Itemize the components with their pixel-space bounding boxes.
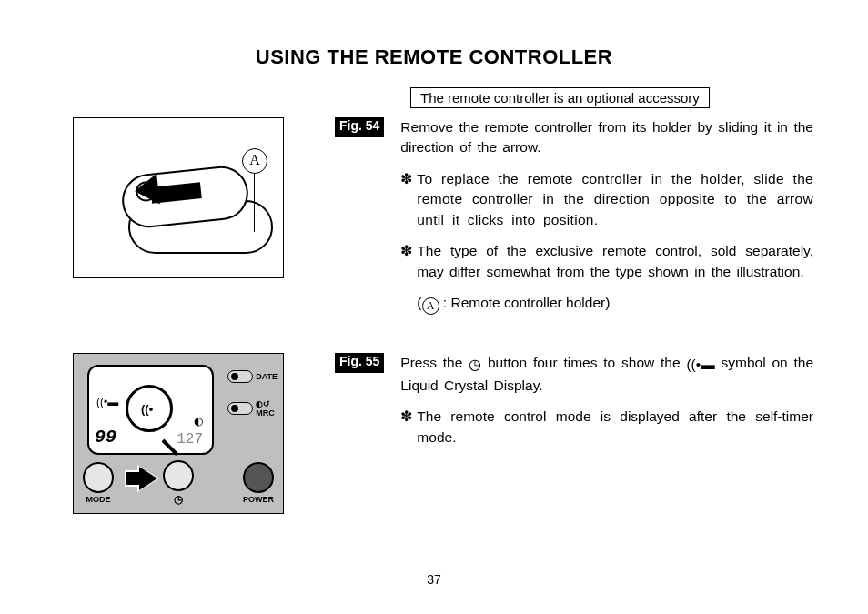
section-fig55: ((•▬ 99 127 ◐ ((• DATE ◐↺MRC bbox=[55, 353, 813, 514]
remote-signal-inline-icon: ((•▬ bbox=[686, 355, 714, 375]
side-switch-panel: DATE ◐↺MRC bbox=[227, 370, 278, 418]
fig54-bullet1: To replace the remote controller in the … bbox=[400, 169, 813, 230]
date-switch-label: DATE bbox=[256, 372, 278, 381]
magnifier-inner-icon: ((• bbox=[141, 402, 153, 416]
circle-a-icon: A bbox=[422, 297, 439, 315]
slide-arrow-head bbox=[133, 174, 159, 207]
right-column-header: The remote controller is an optional acc… bbox=[335, 87, 813, 117]
content-area: A Fig. 54 Remove the remote controller f… bbox=[55, 117, 813, 514]
mode-button-label: MODE bbox=[86, 495, 111, 504]
lcd-frame-counter: 99 bbox=[95, 427, 116, 448]
section-fig54: A Fig. 54 Remove the remote controller f… bbox=[55, 117, 813, 326]
holder-outline: A bbox=[106, 150, 265, 259]
selftimer-button bbox=[163, 460, 194, 491]
fig54-b2-sub-tail: : Remote controller holder) bbox=[439, 295, 611, 310]
accessory-note-box: The remote controller is an optional acc… bbox=[410, 87, 710, 108]
redeye-icon: ◐ bbox=[194, 415, 203, 428]
power-button-group: POWER bbox=[243, 462, 274, 504]
selftimer-button-group: ◷ bbox=[163, 460, 194, 506]
callout-a-label: A bbox=[242, 148, 267, 174]
mrc-switch bbox=[227, 402, 253, 415]
fig54-text: Remove the remote controller from its ho… bbox=[400, 117, 813, 326]
fig55-label: Fig. 55 bbox=[335, 353, 384, 373]
fig54-paragraph: Remove the remote controller from its ho… bbox=[400, 117, 813, 158]
mrc-switch-row: ◐↺MRC bbox=[227, 399, 278, 418]
selftimer-inline-icon: ◷ bbox=[469, 355, 481, 375]
figure54-column: A bbox=[55, 117, 318, 278]
selftimer-icon: ◷ bbox=[174, 493, 183, 506]
lcd-screen: ((•▬ 99 127 ◐ ((• bbox=[87, 365, 214, 455]
callout-leader-line bbox=[254, 170, 255, 232]
manual-page: USING THE REMOTE CONTROLLER The remote c… bbox=[0, 0, 868, 614]
power-button-label: POWER bbox=[243, 495, 274, 504]
date-switch-row: DATE bbox=[227, 370, 278, 383]
fig55-text: Press the ◷ button four times to show th… bbox=[400, 353, 813, 458]
mode-button bbox=[83, 462, 114, 493]
page-number: 37 bbox=[55, 572, 813, 587]
fig54-label: Fig. 54 bbox=[335, 117, 384, 137]
fig55-paragraph: Press the ◷ button four times to show th… bbox=[400, 353, 813, 396]
lcd-right-segment: 127 bbox=[177, 431, 203, 448]
mode-button-group: MODE bbox=[83, 462, 114, 504]
press-arrow-icon bbox=[139, 467, 157, 490]
fig55-p1b: button four times to show the bbox=[488, 355, 686, 370]
figure55-illustration: ((•▬ 99 127 ◐ ((• DATE ◐↺MRC bbox=[73, 353, 284, 514]
fig55-p1a: Press the bbox=[400, 355, 469, 370]
magnifier-icon: ((• bbox=[126, 385, 173, 432]
fig54-bullet2-sub: (A : Remote controller holder) bbox=[400, 293, 813, 315]
figure55-column: ((•▬ 99 127 ◐ ((• DATE ◐↺MRC bbox=[55, 353, 318, 514]
figure54-illustration: A bbox=[73, 117, 284, 278]
mrc-switch-label: ◐↺MRC bbox=[256, 399, 275, 418]
page-title: USING THE REMOTE CONTROLLER bbox=[55, 45, 813, 69]
fig54-bullet2: The type of the exclusive remote control… bbox=[400, 241, 813, 282]
power-button bbox=[243, 462, 274, 493]
remote-signal-icon: ((•▬ bbox=[96, 396, 118, 408]
date-switch bbox=[227, 370, 253, 383]
button-row: MODE ◷ POWER bbox=[83, 460, 274, 506]
fig55-bullet1: The remote control mode is displayed aft… bbox=[400, 407, 813, 448]
